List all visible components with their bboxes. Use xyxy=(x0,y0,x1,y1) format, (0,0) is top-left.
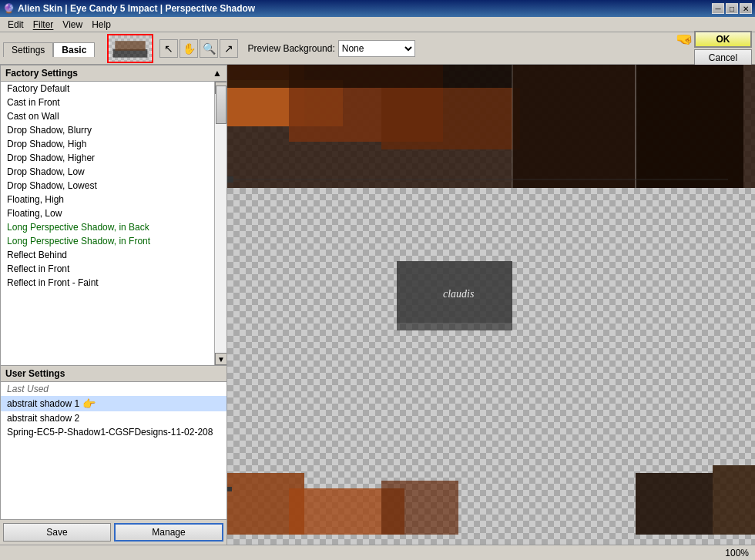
factory-list-item[interactable]: Long Perspective Shadow, in Back xyxy=(1,220,214,234)
factory-list-item[interactable]: Floating, High xyxy=(1,193,214,206)
menu-view[interactable]: View xyxy=(58,18,87,32)
ok-cancel-area: 🤜 OK Cancel xyxy=(694,31,752,66)
factory-scrollbar-arrow-up[interactable]: ▲ xyxy=(213,68,222,79)
tool-zoom[interactable]: 🔍 xyxy=(200,39,218,58)
user-settings-title: User Settings xyxy=(5,368,65,379)
minimize-button[interactable]: ─ xyxy=(712,3,724,14)
factory-list-item[interactable]: Cast in Front xyxy=(1,96,214,109)
factory-list-item[interactable]: Reflect in Front - Faint xyxy=(1,276,214,290)
content-area: Factory Settings ▲ Factory DefaultCast i… xyxy=(0,65,755,545)
cancel-button[interactable]: Cancel xyxy=(694,49,752,66)
toolbar-area: Settings Basic ↖ ✋ 🔍 ↗ Preview Backgroun… xyxy=(0,32,755,65)
factory-list-item[interactable]: Drop Shadow, Lowest xyxy=(1,179,214,193)
tabs-row: Settings Basic xyxy=(3,40,95,57)
bottom-buttons: Save Manage xyxy=(0,520,226,545)
user-settings-header: User Settings xyxy=(1,366,226,382)
factory-list-item[interactable]: Reflect in Front xyxy=(1,262,214,276)
svg-rect-43 xyxy=(227,487,232,491)
factory-list-item[interactable]: Drop Shadow, Low xyxy=(1,165,214,179)
tool-buttons: ↖ ✋ 🔍 ↗ xyxy=(159,39,238,58)
factory-settings-title: Factory Settings xyxy=(5,68,78,79)
svg-rect-13 xyxy=(227,65,512,88)
tab-settings[interactable]: Settings xyxy=(3,42,53,57)
factory-list-item[interactable]: Drop Shadow, Higher xyxy=(1,151,214,165)
menu-help[interactable]: Help xyxy=(87,18,116,32)
factory-settings-panel: Factory Settings ▲ Factory DefaultCast i… xyxy=(0,65,226,366)
user-list-item[interactable]: abstrait shadow 1👉 xyxy=(1,396,226,411)
factory-list-item[interactable]: Drop Shadow, High xyxy=(1,137,214,151)
user-item-pointer-icon: 👉 xyxy=(82,397,96,410)
factory-settings-list[interactable]: Factory DefaultCast in FrontCast on Wall… xyxy=(1,82,226,365)
zoom-level: 100% xyxy=(725,548,749,558)
tool-select[interactable]: ↗ xyxy=(220,39,238,58)
close-button[interactable]: ✕ xyxy=(740,3,752,14)
tool-arrow[interactable]: ↖ xyxy=(159,39,178,58)
manage-button[interactable]: Manage xyxy=(114,523,223,542)
user-list-item[interactable]: Last Used xyxy=(1,382,226,396)
maximize-button[interactable]: □ xyxy=(726,3,738,14)
preview-canvas-svg: claudis xyxy=(227,65,755,545)
factory-list-item[interactable]: Floating, Low xyxy=(1,206,214,220)
user-settings-panel: User Settings Last Usedabstrait shadow 1… xyxy=(0,366,226,520)
thumb-overlay xyxy=(109,35,152,62)
statusbar: 100% xyxy=(0,545,755,560)
factory-list-item[interactable]: Drop Shadow, Blurry xyxy=(1,123,214,137)
user-list-item[interactable]: Spring-EC5-P-Shadow1-CGSFDesigns-11-02-2… xyxy=(1,425,226,439)
ok-button[interactable]: OK xyxy=(694,31,752,48)
user-settings-list[interactable]: Last Usedabstrait shadow 1👉abstrait shad… xyxy=(1,382,226,519)
save-button[interactable]: Save xyxy=(3,523,111,542)
menu-edit[interactable]: Edit xyxy=(3,18,29,32)
ok-btn-wrapper: 🤜 OK xyxy=(694,31,752,48)
title-text: Alien Skin | Eye Candy 5 Impact | Perspe… xyxy=(18,3,255,14)
svg-rect-38 xyxy=(713,465,755,535)
svg-text:claudis: claudis xyxy=(443,288,475,300)
preview-thumbnail xyxy=(107,34,153,63)
svg-rect-15 xyxy=(636,65,743,188)
tool-hand[interactable]: ✋ xyxy=(180,39,198,58)
factory-list-item[interactable]: Factory Default xyxy=(1,82,214,96)
window-controls[interactable]: ─ □ ✕ xyxy=(712,3,752,14)
svg-rect-12 xyxy=(381,88,520,149)
tab-basic[interactable]: Basic xyxy=(53,42,95,57)
preview-bg-label: Preview Background: xyxy=(247,43,334,54)
preview-bg-select[interactable]: None Black White Custom xyxy=(338,40,415,57)
menu-filter[interactable]: Filter xyxy=(29,18,59,32)
svg-rect-2 xyxy=(116,41,146,51)
factory-list-item[interactable]: Long Perspective Shadow, in Front xyxy=(1,234,214,248)
app-icon: 🔮 xyxy=(3,3,15,14)
svg-rect-36 xyxy=(381,481,458,535)
ok-pointer-icon: 🤜 xyxy=(676,31,693,48)
svg-rect-14 xyxy=(512,65,636,188)
factory-list-item[interactable]: Reflect Behind xyxy=(1,248,214,262)
preview-area[interactable]: claudis xyxy=(227,65,755,545)
svg-rect-37 xyxy=(636,473,713,535)
main-area: Settings Basic ↖ ✋ 🔍 ↗ Preview Backgroun… xyxy=(0,32,755,560)
user-list-item[interactable]: abstrait shadow 2 xyxy=(1,411,226,425)
menubar: Edit Filter View Help xyxy=(0,17,755,32)
titlebar: 🔮 Alien Skin | Eye Candy 5 Impact | Pers… xyxy=(0,0,755,17)
scrollbar-down[interactable]: ▼ xyxy=(215,353,226,365)
factory-list-item[interactable]: Cast on Wall xyxy=(1,109,214,123)
factory-settings-header: Factory Settings ▲ xyxy=(1,65,226,82)
left-panel: Factory Settings ▲ Factory DefaultCast i… xyxy=(0,65,227,545)
